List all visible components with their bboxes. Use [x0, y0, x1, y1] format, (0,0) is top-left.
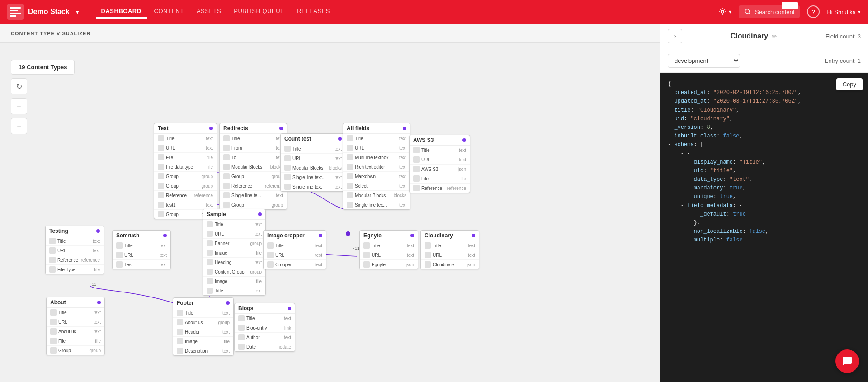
- card-dot[interactable]: [319, 234, 322, 237]
- field-icon: [284, 165, 291, 171]
- field-icon: [347, 135, 353, 141]
- user-menu[interactable]: Hi Shrutika ▾: [827, 9, 861, 15]
- environment-select[interactable]: development staging production: [668, 54, 740, 68]
- code-line: non_localizable: false,: [668, 227, 861, 236]
- search-bar[interactable]: Beta Search content: [739, 5, 800, 18]
- help-button[interactable]: ?: [807, 5, 820, 18]
- card-dot[interactable]: [410, 234, 414, 237]
- ct-card-all-fields[interactable]: All fields Titletext URLtext Multi line …: [343, 123, 410, 210]
- field-icon: [347, 183, 353, 189]
- field-icon: [347, 164, 353, 170]
- code-block: Copy { created_at: "2020-02-19T12:16:25.…: [660, 73, 868, 382]
- field-icon: [50, 319, 57, 325]
- code-line: - {: [668, 150, 861, 158]
- table-row: Imagefile: [203, 277, 265, 286]
- nav-publish-queue[interactable]: PUBLISH QUEUE: [228, 5, 290, 19]
- table-row: Groupgroup: [154, 181, 217, 191]
- card-dot[interactable]: [97, 301, 101, 304]
- ct-card-blogs[interactable]: Blogs Titletext Blog-entrylink Authortex…: [234, 303, 295, 352]
- ct-card-testing[interactable]: Testing Titletext URLtext Referencerefer…: [45, 226, 104, 274]
- field-count-label: Field count: 3: [826, 33, 861, 40]
- nav-assets[interactable]: ASSETS: [191, 5, 226, 19]
- table-row: Fromtext: [220, 143, 287, 153]
- stack-dropdown-button[interactable]: ▾: [74, 7, 81, 17]
- card-dot[interactable]: [96, 229, 100, 233]
- nav-releases[interactable]: RELEASES: [292, 5, 335, 19]
- table-row: Datenodate: [235, 342, 295, 351]
- ct-card-cloudinary[interactable]: Cloudinary Titletext URLtext Cloudinaryj…: [420, 230, 479, 269]
- card-dot[interactable]: [279, 127, 283, 130]
- card-dot[interactable]: [288, 307, 291, 310]
- field-icon: [158, 173, 164, 179]
- ct-card-egnyte[interactable]: Egnyte Titletext URLtext Egnytejson: [359, 230, 418, 269]
- ct-card-about[interactable]: About Titletext URLtext About ustext Fil…: [46, 297, 105, 355]
- field-icon: [158, 211, 164, 217]
- svg-text:· 11: · 11: [353, 246, 359, 250]
- table-row: URLtext: [154, 143, 217, 153]
- table-row: URLtext: [343, 143, 410, 153]
- card-dot[interactable]: [403, 127, 406, 130]
- field-icon: [347, 202, 353, 208]
- field-icon: [425, 242, 431, 249]
- table-row: Modular Blocksblocks: [220, 162, 287, 172]
- table-row: Groupgroup: [154, 172, 217, 181]
- ct-card-footer[interactable]: Footer Titletext About usgroup Headertex…: [173, 297, 234, 356]
- ct-card-aws-s3[interactable]: AWS S3 Titletext URLtext AWS S3json File…: [409, 135, 470, 193]
- code-line: uid: "title",: [668, 167, 861, 175]
- zoom-in-button[interactable]: +: [11, 98, 27, 114]
- card-dot[interactable]: [462, 138, 466, 142]
- ct-card-image-cropper[interactable]: Image cropper Titletext URLtext Croppert…: [263, 230, 326, 269]
- main-content: CONTENT TYPE VISUALIZER 19 Content Types…: [0, 24, 868, 382]
- table-row: Croppertext: [264, 260, 326, 269]
- field-icon: [223, 145, 230, 151]
- field-icon: [207, 221, 213, 227]
- field-icon: [207, 231, 213, 237]
- visualizer-panel: CONTENT TYPE VISUALIZER 19 Content Types…: [0, 24, 660, 382]
- nav-content[interactable]: CONTENT: [149, 5, 189, 19]
- card-dot[interactable]: [258, 212, 262, 216]
- card-dot[interactable]: [226, 301, 230, 305]
- code-line: - schema: [: [668, 141, 861, 149]
- card-title: Footer: [177, 300, 193, 306]
- table-row: Titletext: [264, 241, 326, 250]
- copy-button[interactable]: Copy: [836, 78, 863, 90]
- chat-icon: [842, 356, 853, 367]
- ct-card-sample[interactable]: Sample Titletext URLtext Bannergroup Ima…: [203, 209, 266, 296]
- field-icon: [158, 145, 164, 151]
- zoom-out-button[interactable]: −: [11, 118, 27, 134]
- ct-card-test[interactable]: Test Titletext URLtext Filefile File dat…: [154, 123, 217, 219]
- card-dot[interactable]: [163, 234, 167, 237]
- card-title: Egnyte: [363, 232, 382, 239]
- table-row: Modular Blocksblocks: [343, 191, 410, 200]
- gear-icon: [718, 7, 727, 16]
- expand-panel-button[interactable]: ›: [668, 29, 682, 43]
- visualizer-header: CONTENT TYPE VISUALIZER: [0, 24, 660, 43]
- table-row: Referencereferen...: [220, 181, 287, 191]
- nav-dashboard[interactable]: DASHBOARD: [96, 5, 147, 19]
- card-dot[interactable]: [338, 137, 342, 141]
- table-row: Selecttext: [343, 181, 410, 191]
- code-line: display_name: "Title",: [668, 158, 861, 167]
- table-row: Blog-entrylink: [235, 323, 295, 333]
- chevron-right-icon: ›: [674, 32, 676, 40]
- table-row: Bannergroup: [203, 239, 265, 248]
- card-dot[interactable]: [472, 234, 475, 237]
- refresh-button[interactable]: ↻: [11, 78, 27, 94]
- edit-icon[interactable]: ✏: [772, 33, 777, 40]
- table-row: Titletext: [203, 220, 265, 229]
- card-title: Count test: [284, 136, 311, 142]
- logo-area[interactable]: Demo Stack ▾: [7, 4, 81, 20]
- code-line: created_at: "2020-02-19T12:16:25.780Z",: [668, 89, 861, 97]
- card-dot[interactable]: [209, 127, 213, 130]
- settings-button[interactable]: ▾: [718, 7, 731, 16]
- ct-card-semrush[interactable]: Semrush Titletext URLtext Testtext: [112, 230, 171, 269]
- ct-card-count-test[interactable]: Count test Titletext URLtext Modular Blo…: [280, 133, 346, 192]
- chat-button[interactable]: [835, 349, 859, 373]
- field-icon: [49, 247, 56, 254]
- table-row: Content Groupgroup: [203, 267, 265, 277]
- field-icon: [50, 309, 57, 316]
- table-row: Authortext: [235, 333, 295, 342]
- svg-rect-2: [10, 10, 18, 11]
- ct-card-redirects[interactable]: Redirects Titletext Fromtext Totext Modu…: [219, 123, 287, 210]
- table-row: test1text: [154, 200, 217, 210]
